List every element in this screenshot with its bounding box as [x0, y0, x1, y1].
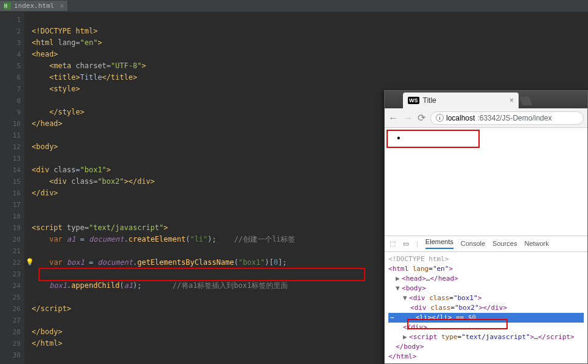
ws-favicon-icon: WS [408, 97, 419, 104]
chrome-tabstrip: WS Title × [385, 91, 587, 108]
address-bar: ← → ⟳ i localhost:63342/JS-Demo/index [385, 108, 587, 128]
close-icon[interactable]: × [60, 2, 64, 10]
tab-network[interactable]: Network [524, 240, 548, 247]
editor-tab-bar: H index.html × [0, 0, 588, 12]
device-icon[interactable]: ▭ [403, 240, 409, 248]
new-tab-button[interactable] [519, 97, 532, 105]
url-field[interactable]: i localhost:63342/JS-Demo/index [430, 111, 584, 125]
tab-sources[interactable]: Sources [492, 240, 517, 247]
browser-tab-title: Title [423, 96, 506, 105]
inspect-icon[interactable]: ⬚ [390, 240, 396, 248]
tab-console[interactable]: Console [461, 240, 485, 247]
browser-tab[interactable]: WS Title × [403, 93, 519, 108]
url-path: :63342/JS-Demo/index [477, 114, 551, 122]
html-file-icon: H [4, 2, 11, 10]
highlight-box-page [387, 130, 480, 148]
forward-icon: → [403, 113, 413, 124]
editor-tab[interactable]: H index.html × [0, 1, 68, 11]
browser-window: WS Title × ← → ⟳ i localhost:63342/JS-De… [384, 90, 588, 364]
url-host: localhost [446, 114, 475, 122]
tab-elements[interactable]: Elements [425, 238, 453, 249]
page-viewport: • [385, 128, 587, 236]
highlight-box-devtools [407, 319, 508, 329]
site-info-icon[interactable]: i [436, 114, 444, 122]
dom-tree[interactable]: <!DOCTYPE html> <html lang="en"> ▶<head>… [385, 252, 587, 363]
reload-icon[interactable]: ⟳ [418, 112, 425, 124]
line-gutter: 1 2 3 4 5 6 7 8 9 10 11 12 13 14 15 16 1… [0, 12, 24, 364]
code-area[interactable]: <!DOCTYPE html> <html lang="en"> <head> … [24, 12, 295, 364]
devtools-panel: ⬚ ▭ | Elements Console Sources Network <… [385, 236, 587, 363]
editor-tab-filename: index.html [14, 2, 54, 10]
back-icon[interactable]: ← [388, 113, 398, 124]
devtools-tabs: ⬚ ▭ | Elements Console Sources Network [385, 236, 587, 252]
svg-text:H: H [4, 4, 7, 9]
close-icon[interactable]: × [509, 96, 514, 105]
highlight-box-code [38, 268, 365, 281]
